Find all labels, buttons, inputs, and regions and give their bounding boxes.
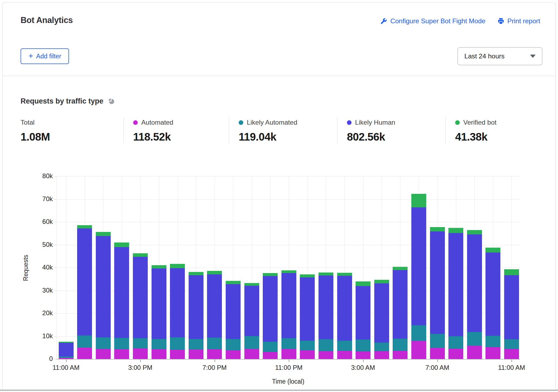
bar-segment-automated bbox=[430, 348, 445, 359]
bar-segment-automated bbox=[59, 358, 74, 359]
stacked-bar-6-00-pm[interactable] bbox=[189, 272, 203, 359]
stacked-bar-7-00-am[interactable] bbox=[430, 227, 445, 359]
stacked-bar-7-00-pm[interactable] bbox=[207, 271, 222, 359]
plot-left-edge bbox=[57, 176, 57, 359]
bar-segment-verified-bot bbox=[226, 281, 241, 284]
stacked-bar-9-00-pm[interactable] bbox=[244, 283, 259, 359]
x-tick-mark bbox=[215, 360, 215, 362]
stat-label: Automated bbox=[141, 119, 173, 126]
bar-segment-verified-bot bbox=[96, 232, 111, 236]
header-divider bbox=[2, 76, 556, 76]
bar-segment-verified-bot bbox=[467, 230, 482, 234]
stat-label: Total bbox=[21, 119, 35, 126]
bar-segment-likely-automated bbox=[300, 341, 315, 350]
stacked-bar-8-00-am[interactable] bbox=[448, 228, 463, 359]
stacked-bar-2-00-am[interactable] bbox=[337, 273, 352, 359]
bar-segment-verified-bot bbox=[300, 274, 315, 277]
bar-segment-likely-human bbox=[152, 268, 166, 339]
stacked-bar-4-00-pm[interactable] bbox=[152, 265, 166, 359]
time-range-value: Last 24 hours bbox=[464, 52, 504, 60]
bar-segment-likely-automated bbox=[504, 339, 519, 349]
plus-icon: + bbox=[28, 52, 33, 60]
verified-bot-legend-dot bbox=[455, 120, 460, 125]
y-tick-label: 0 bbox=[26, 355, 53, 363]
stacked-bar-10-00-am[interactable] bbox=[485, 248, 500, 359]
bar-segment-likely-automated bbox=[77, 335, 92, 348]
stacked-bar-1-00-pm[interactable] bbox=[96, 232, 111, 359]
x-tick-mark bbox=[363, 360, 364, 362]
bar-segment-verified-bot bbox=[504, 269, 519, 275]
y-tick-mark bbox=[54, 336, 57, 337]
stacked-bar-2-00-pm[interactable] bbox=[114, 242, 129, 359]
bar-segment-likely-human bbox=[170, 268, 185, 337]
bar-segment-likely-automated bbox=[485, 336, 500, 347]
stacked-bar-1-00-am[interactable] bbox=[319, 273, 333, 359]
y-gridline bbox=[57, 176, 520, 177]
bar-segment-automated bbox=[207, 349, 222, 359]
stacked-bar-11-00-am[interactable] bbox=[59, 342, 74, 359]
bar-segment-verified-bot bbox=[114, 242, 129, 247]
stacked-bar-9-00-am[interactable] bbox=[467, 230, 482, 359]
bar-segment-verified-bot bbox=[152, 265, 166, 269]
y-tick-mark bbox=[54, 268, 57, 268]
chevron-down-icon bbox=[530, 55, 536, 58]
bar-segment-likely-automated bbox=[170, 337, 185, 350]
likely-human-legend-dot bbox=[347, 120, 352, 125]
bar-segment-likely-human bbox=[485, 253, 500, 336]
y-tick-label: 30k bbox=[26, 287, 53, 294]
stat-value: 119.04k bbox=[239, 131, 337, 143]
bar-segment-likely-automated bbox=[96, 337, 111, 349]
bar-segment-verified-bot bbox=[485, 248, 500, 253]
bar-segment-verified-bot bbox=[319, 273, 333, 275]
bar-segment-likely-automated bbox=[244, 336, 259, 349]
bar-segment-automated bbox=[226, 350, 241, 359]
x-tick-label: 7:00 AM bbox=[410, 364, 464, 371]
automated-legend-dot bbox=[133, 120, 138, 125]
stacked-bar-11-00-pm[interactable] bbox=[281, 270, 296, 359]
print-report-link[interactable]: Print report bbox=[497, 17, 540, 25]
bar-segment-likely-human bbox=[281, 273, 296, 338]
bar-segment-likely-automated bbox=[281, 338, 296, 349]
stat-label: Likely Human bbox=[355, 119, 395, 126]
bar-segment-automated bbox=[374, 351, 389, 359]
stacked-bar-12-00-pm[interactable] bbox=[77, 225, 92, 359]
stat-total: Total 1.08M bbox=[21, 117, 123, 143]
bottom-divider bbox=[0, 390, 558, 391]
bar-segment-automated bbox=[263, 352, 278, 359]
x-tick-label: 3:00 AM bbox=[336, 364, 390, 371]
stacked-bar-12-00-am[interactable] bbox=[300, 274, 315, 359]
stacked-bar-4-00-am[interactable] bbox=[374, 280, 389, 359]
stacked-bar-3-00-am[interactable] bbox=[356, 281, 370, 359]
bar-segment-likely-human bbox=[393, 270, 408, 339]
stacked-bar-8-00-pm[interactable] bbox=[226, 281, 241, 359]
bar-segment-likely-human bbox=[59, 343, 74, 357]
y-tick-label: 10k bbox=[26, 332, 53, 340]
add-filter-button[interactable]: + Add filter bbox=[21, 48, 69, 64]
bar-segment-verified-bot bbox=[448, 228, 463, 233]
stacked-bar-10-00-pm[interactable] bbox=[263, 273, 278, 359]
bar-segment-automated bbox=[133, 348, 148, 359]
bar-segment-likely-automated bbox=[114, 338, 129, 349]
time-range-dropdown[interactable]: Last 24 hours bbox=[458, 47, 542, 65]
likely-automated-legend-dot bbox=[239, 120, 243, 125]
stacked-bar-3-00-pm[interactable] bbox=[133, 253, 148, 359]
configure-super-bot-fight-mode-link[interactable]: Configure Super Bot Fight Mode bbox=[380, 17, 485, 25]
stacked-bar-5-00-am[interactable] bbox=[393, 267, 408, 359]
bar-segment-likely-automated bbox=[430, 334, 445, 348]
bar-segment-likely-human bbox=[189, 275, 203, 339]
bar-segment-verified-bot bbox=[170, 264, 185, 268]
stacked-bar-5-00-pm[interactable] bbox=[170, 264, 185, 359]
bar-segment-likely-human bbox=[300, 277, 315, 340]
y-axis-title: Requests bbox=[22, 255, 29, 281]
bar-segment-likely-human bbox=[96, 236, 111, 337]
bar-segment-likely-human bbox=[374, 283, 389, 343]
bar-segment-automated bbox=[411, 341, 426, 359]
bar-segment-likely-automated bbox=[319, 339, 333, 351]
x-tick-mark bbox=[437, 360, 438, 362]
bar-segment-verified-bot bbox=[207, 271, 222, 275]
stacked-bar-11-00-am[interactable] bbox=[504, 269, 519, 359]
stacked-bar-6-00-am[interactable] bbox=[411, 194, 426, 359]
stat-value: 118.52k bbox=[133, 131, 229, 143]
bar-segment-automated bbox=[189, 350, 203, 359]
traffic-type-stats: Total 1.08M Automated 118.52k Likely Aut… bbox=[21, 117, 546, 143]
